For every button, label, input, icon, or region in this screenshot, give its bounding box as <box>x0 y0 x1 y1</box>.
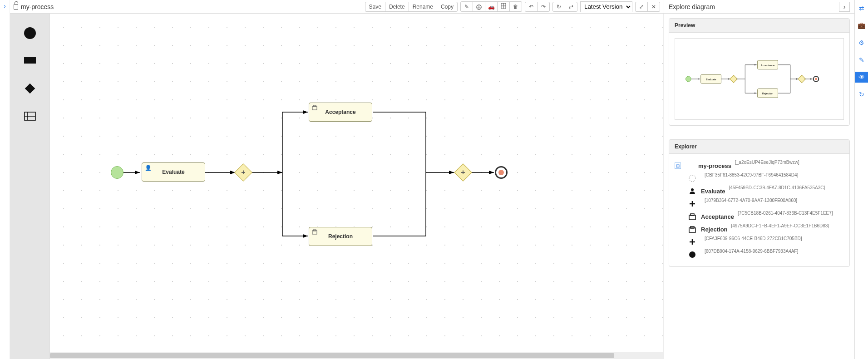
service-icon <box>687 211 697 221</box>
task-rejection[interactable]: Rejection <box>309 227 372 246</box>
rail-shuffle-icon[interactable]: ⇄ <box>855 3 868 14</box>
gateway-icon <box>687 199 697 209</box>
left-panel-expand[interactable]: › <box>0 0 10 359</box>
svg-text:Acceptance: Acceptance <box>761 64 775 67</box>
svg-text:Rejection: Rejection <box>762 92 773 95</box>
copy-button[interactable]: Copy <box>437 2 458 12</box>
rail-eye-icon[interactable]: 👁 <box>855 72 868 83</box>
task-evaluate[interactable]: 👤 Evaluate <box>142 162 205 182</box>
explorer-title: Explorer <box>669 140 849 154</box>
side-panel-title: Explore diagram <box>669 3 715 10</box>
lock-icon <box>14 4 18 10</box>
tree-root[interactable]: ⊟ my-process [_a2oEsUP4EeeJiqP73mBwzw] <box>675 159 844 172</box>
flow-lines <box>50 14 663 359</box>
svg-point-38 <box>691 188 694 191</box>
svg-text:Evaluate: Evaluate <box>706 78 716 81</box>
preview-box[interactable]: Evaluate Acceptance Rejection <box>675 38 844 120</box>
tree-item-gateway-split[interactable]: [1079B364-6772-4A70-9AA7-1300FE00A860] <box>687 197 844 210</box>
expand-icon[interactable]: ⤢ <box>635 2 648 12</box>
version-select[interactable]: Latest Version <box>580 1 632 12</box>
rail-refresh-icon[interactable]: ↻ <box>855 89 868 100</box>
preview-card: Preview Evaluate <box>669 18 850 126</box>
tree-item-end[interactable]: [607DB904-174A-4158-9629-6BBF7933A4AF] <box>687 248 844 261</box>
collapse-sidepanel-button[interactable]: › <box>839 2 850 12</box>
preview-title: Preview <box>669 19 849 33</box>
start-event[interactable] <box>111 166 123 179</box>
svg-rect-26 <box>730 75 738 83</box>
service-task-icon <box>312 229 317 236</box>
canvas[interactable]: 👤 Evaluate + Acceptance Re <box>50 14 663 359</box>
delete-button[interactable]: Delete <box>385 2 409 12</box>
rail-briefcase-icon[interactable]: 💼 <box>855 20 868 31</box>
topbar: my-process Save Delete Rename Copy ✎ ⨁ 🚗… <box>10 0 664 14</box>
gateway-split[interactable]: + <box>234 163 252 182</box>
svg-rect-33 <box>798 75 806 83</box>
gateway-icon <box>687 237 697 247</box>
svg-point-37 <box>689 175 695 182</box>
palette-task[interactable] <box>23 56 37 65</box>
svg-point-21 <box>686 76 691 82</box>
tree-item-rejection[interactable]: Rejection [4975A9DC-F1FB-4EF1-A9EF-CC3E1… <box>687 223 844 236</box>
canvas-wrap: 👤 Evaluate + Acceptance Re <box>50 14 664 359</box>
process-icon <box>685 161 695 171</box>
gateway-join[interactable]: + <box>454 163 472 182</box>
svg-point-47 <box>689 251 695 258</box>
palette <box>10 14 50 359</box>
canvas-scrollbar[interactable] <box>50 352 663 359</box>
palette-lane[interactable] <box>24 112 36 121</box>
undo-icon[interactable]: ↶ <box>525 2 538 12</box>
service-icon <box>687 224 697 234</box>
task-label: Rejection <box>328 233 353 240</box>
user-task-icon: 👤 <box>145 165 152 171</box>
tree-item-evaluate[interactable]: Evaluate [45F459BD-CC39-4FA7-8D1C-4136FA… <box>687 185 844 197</box>
end-event-icon <box>687 250 697 260</box>
tree-item-gateway-join[interactable]: [CFA3F609-96C6-44CE-B46D-272CB1C705BD] <box>687 236 844 248</box>
palette-start-event[interactable] <box>23 26 37 40</box>
svg-rect-7 <box>24 57 36 64</box>
user-icon <box>687 186 697 196</box>
svg-rect-8 <box>25 84 35 94</box>
svg-rect-42 <box>690 214 694 216</box>
end-event[interactable] <box>495 166 508 179</box>
explorer-card: Explorer ⊟ my-process [_a2oEsUP4EeeJiqP7… <box>669 139 850 267</box>
target-icon[interactable]: ⨁ <box>473 1 485 12</box>
rename-button[interactable]: Rename <box>409 2 437 12</box>
collapse-icon[interactable]: ⊟ <box>675 162 681 169</box>
palette-gateway[interactable] <box>23 82 37 95</box>
redo-icon[interactable]: ↷ <box>537 2 550 12</box>
start-event-icon <box>687 173 697 183</box>
car-icon[interactable]: 🚗 <box>485 1 498 12</box>
tree-item-acceptance[interactable]: Acceptance [7C5CB18B-0261-4047-836B-C13F… <box>687 210 844 223</box>
task-label: Evaluate <box>162 169 184 175</box>
trash-icon[interactable]: 🗑 <box>509 1 522 12</box>
rail-edit-icon[interactable]: ✎ <box>855 54 868 65</box>
rail-gear-icon[interactable]: ⚙ <box>855 37 868 48</box>
svg-rect-44 <box>690 226 694 228</box>
close-icon[interactable]: ✕ <box>647 2 660 12</box>
right-rail: ⇄ 💼 ⚙ ✎ 👁 ↻ <box>854 0 868 359</box>
pencil-icon[interactable]: ✎ <box>460 1 473 12</box>
refresh-icon[interactable]: ↻ <box>552 2 565 12</box>
tree-item-start[interactable]: [CBF35F61-8853-42C9-97BF-F694641584D4] <box>687 172 844 185</box>
save-button[interactable]: Save <box>365 2 385 12</box>
page-title: my-process <box>21 3 54 10</box>
service-task-icon <box>312 105 317 112</box>
task-label: Acceptance <box>325 109 355 115</box>
svg-point-6 <box>24 27 36 39</box>
sync-icon[interactable]: ⇄ <box>565 2 577 12</box>
svg-point-36 <box>815 78 817 80</box>
grid-icon[interactable] <box>497 1 510 12</box>
task-acceptance[interactable]: Acceptance <box>309 103 372 122</box>
side-panel: Explore diagram › Preview Eva <box>664 0 854 359</box>
